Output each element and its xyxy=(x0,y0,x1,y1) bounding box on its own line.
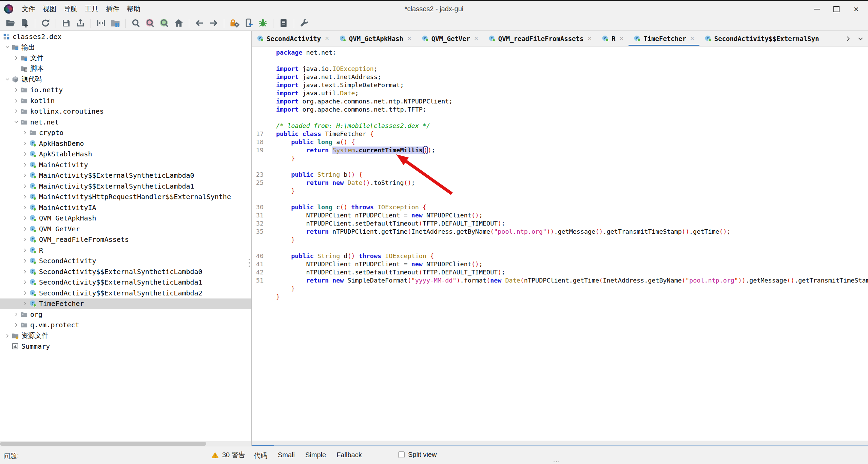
open-device-icon[interactable] xyxy=(244,18,254,28)
tab-qvm-readfilefromassets[interactable]: cQVM_readFileFromAssets× xyxy=(483,31,597,46)
tree-horizontal-scrollbar[interactable] xyxy=(0,441,251,446)
statusbar-grip[interactable] xyxy=(554,461,559,462)
tabs-list-icon[interactable] xyxy=(857,35,864,42)
tree-item-qvm-getapkhash[interactable]: cQVM_GetApkHash xyxy=(0,213,251,224)
export-icon[interactable] xyxy=(75,18,85,28)
menu-item-0[interactable]: 文件 xyxy=(18,3,39,15)
expand-icon[interactable] xyxy=(21,139,29,148)
expand-icon[interactable] xyxy=(21,129,29,137)
split-view-checkbox[interactable] xyxy=(398,451,405,458)
menu-item-3[interactable]: 工具 xyxy=(81,3,102,15)
expand-icon[interactable] xyxy=(12,107,20,115)
tab-close-icon[interactable]: × xyxy=(587,35,592,42)
tab-qvm-getapkhash[interactable]: cQVM_GetApkHash× xyxy=(334,31,417,46)
tree-item-apkstablehash[interactable]: cApkStableHash xyxy=(0,149,251,160)
code-area[interactable]: package net.net;import java.io.IOExcepti… xyxy=(252,46,868,441)
minimize-button[interactable] xyxy=(807,2,827,16)
flat-packages-icon[interactable] xyxy=(110,18,120,28)
tree-item-kotlin[interactable]: kotlin xyxy=(0,95,251,106)
expand-icon[interactable] xyxy=(21,161,29,169)
next-tab-icon[interactable] xyxy=(845,35,852,42)
expand-icon[interactable] xyxy=(21,171,29,179)
tree-item-mainactivity-httprequesthandler-externalsynthe[interactable]: cMainActivity$HttpRequestHandler$$Extern… xyxy=(0,192,251,202)
preferences-icon[interactable] xyxy=(299,18,309,28)
expand-icon[interactable] xyxy=(21,193,29,201)
tab-close-icon[interactable]: × xyxy=(620,35,624,42)
tree-item-apkhashdemo[interactable]: cApkHashDemo xyxy=(0,138,251,149)
tree-item-row-4[interactable]: 源代码 xyxy=(0,74,251,85)
menu-item-4[interactable]: 插件 xyxy=(102,3,123,15)
expand-icon[interactable] xyxy=(21,204,29,212)
tab-secondactivity-externalsyn[interactable]: cSecondActivity$$ExternalSyn xyxy=(699,31,824,46)
expand-icon[interactable] xyxy=(21,299,29,308)
expand-icon[interactable] xyxy=(12,54,20,62)
tree-item-io-netty[interactable]: io.netty xyxy=(0,85,251,96)
save-all-icon[interactable] xyxy=(61,18,71,28)
tree-item-qvm-getver[interactable]: cQVM_GetVer xyxy=(0,224,251,234)
forward-icon[interactable] xyxy=(209,18,219,28)
sync-icon[interactable] xyxy=(96,18,106,28)
debugger-icon[interactable] xyxy=(258,18,268,28)
expand-icon[interactable] xyxy=(12,310,20,318)
tree-item-mainactivity-externalsyntheticlambda1[interactable]: cMainActivity$$ExternalSyntheticLambda1 xyxy=(0,181,251,192)
expand-icon[interactable] xyxy=(21,214,29,222)
editor-horizontal-scrollbar[interactable] xyxy=(252,441,868,445)
tree-item-crypto[interactable]: crypto xyxy=(0,128,251,138)
search-text-icon[interactable] xyxy=(131,18,141,28)
deobfuscation-icon[interactable] xyxy=(229,18,239,28)
tree-item-summary[interactable]: Summary xyxy=(0,341,251,352)
collapse-icon[interactable] xyxy=(12,118,20,126)
tab-qvm-getver[interactable]: cQVM_GetVer× xyxy=(417,31,483,46)
expand-icon[interactable] xyxy=(21,268,29,276)
tab-close-icon[interactable]: × xyxy=(690,35,694,42)
tree-item-net-net[interactable]: net.net xyxy=(0,117,251,128)
maximize-button[interactable] xyxy=(827,2,846,16)
tree-item-kotlinx-coroutines[interactable]: kotlinx.coroutines xyxy=(0,106,251,117)
tree-item-secondactivity-externalsyntheticlambda2[interactable]: cSecondActivity$$ExternalSyntheticLambda… xyxy=(0,288,251,298)
tree-item-timefetcher[interactable]: cTimeFetcher xyxy=(0,298,251,309)
tree-item-r[interactable]: cR xyxy=(0,245,251,256)
collapse-icon[interactable] xyxy=(3,75,12,83)
tree-item-secondactivity-externalsyntheticlambda0[interactable]: cSecondActivity$$ExternalSyntheticLambda… xyxy=(0,266,251,277)
tree-item-mainactivity-externalsyntheticlambda0[interactable]: cMainActivity$$ExternalSyntheticLambda0 xyxy=(0,170,251,181)
tree-item-org[interactable]: org xyxy=(0,309,251,320)
tab-secondactivity[interactable]: cSecondActivity× xyxy=(252,31,334,46)
tree-scrollbar-thumb[interactable] xyxy=(0,442,206,446)
tree-item-mainactivityia[interactable]: cMainActivityIA xyxy=(0,202,251,213)
tab-close-icon[interactable]: × xyxy=(474,35,478,42)
reload-icon[interactable] xyxy=(40,18,51,28)
tab-r[interactable]: cR× xyxy=(597,31,629,46)
back-icon[interactable] xyxy=(194,18,205,28)
tab-close-icon[interactable]: × xyxy=(325,35,329,42)
tab-timefetcher[interactable]: cTimeFetcher× xyxy=(629,31,699,46)
tab-close-icon[interactable]: × xyxy=(407,35,411,42)
add-files-icon[interactable] xyxy=(20,18,30,28)
menu-item-5[interactable]: 帮助 xyxy=(123,3,144,15)
search-comment-icon[interactable] xyxy=(159,18,170,28)
tree-item-qvm-readfilefromassets[interactable]: cQVM_readFileFromAssets xyxy=(0,234,251,245)
expand-icon[interactable] xyxy=(21,246,29,254)
expand-icon[interactable] xyxy=(21,278,29,286)
expand-icon[interactable] xyxy=(12,97,20,105)
expand-icon[interactable] xyxy=(21,257,29,265)
tree-item-row-3[interactable]: 脚本 xyxy=(0,63,251,74)
tree-item-row-2[interactable]: 文件 xyxy=(0,53,251,63)
tree-item-mainactivity[interactable]: cMainActivity xyxy=(0,159,251,170)
menu-item-2[interactable]: 导航 xyxy=(60,3,81,15)
menu-item-1[interactable]: 视图 xyxy=(39,3,60,15)
expand-icon[interactable] xyxy=(3,332,12,340)
tree-item-secondactivity-externalsyntheticlambda1[interactable]: cSecondActivity$$ExternalSyntheticLambda… xyxy=(0,277,251,288)
main-activity-icon[interactable] xyxy=(174,18,184,28)
search-class-icon[interactable] xyxy=(145,18,155,28)
expand-icon[interactable] xyxy=(21,150,29,158)
expand-icon[interactable] xyxy=(21,225,29,233)
tree-item-row-1[interactable]: 输出 xyxy=(0,42,251,53)
tree-item-classes2-dex[interactable]: classes2.dex xyxy=(0,31,251,42)
collapse-icon[interactable] xyxy=(3,43,12,51)
open-file-icon[interactable] xyxy=(5,18,16,28)
close-button[interactable]: × xyxy=(846,2,866,16)
expand-icon[interactable] xyxy=(21,289,29,297)
tree-item-secondactivity[interactable]: cSecondActivity xyxy=(0,256,251,267)
tree-item-row-28[interactable]: 资源文件 xyxy=(0,330,251,341)
view-tab-code[interactable]: 代码 xyxy=(254,451,267,460)
